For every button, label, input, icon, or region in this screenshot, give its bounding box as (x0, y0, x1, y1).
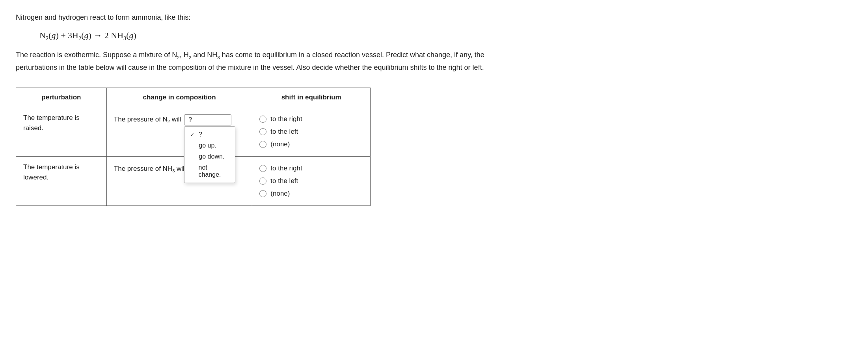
radio-left-2[interactable] (259, 177, 266, 185)
radio-option-none-1[interactable]: (none) (259, 140, 363, 148)
header-equilibrium: shift in equilibrium (252, 88, 371, 107)
option-label: ? (199, 131, 202, 138)
dropdown-option-nochange[interactable]: not change. (184, 162, 235, 180)
option-label: not change. (199, 164, 230, 178)
table-row: The temperature is raised. The pressure … (16, 107, 371, 157)
radio-label-text: to the left (270, 128, 298, 136)
perturbation-cell-2: The temperature is lowered. (16, 157, 107, 206)
radio-option-left-2[interactable]: to the left (259, 177, 363, 185)
option-label: go down. (199, 153, 224, 160)
composition-prefix-2: The pressure of NH3 will (114, 164, 186, 174)
dropdown-menu-1: ✓ ? go up. go down. (184, 126, 235, 183)
checkmark-icon: ✓ (190, 131, 196, 138)
composition-cell-1: The pressure of N2 will ? ✓ ? (106, 107, 252, 157)
chemical-equation: N2(g) + 3H2(g) → 2 NH3(g) (39, 30, 576, 42)
header-composition: change in composition (106, 88, 252, 107)
radio-label-text: to the right (270, 164, 302, 172)
radio-label-text: (none) (270, 140, 290, 148)
radio-left-1[interactable] (259, 128, 266, 135)
radio-label-text: to the left (270, 177, 298, 185)
radio-option-right-2[interactable]: to the right (259, 164, 363, 172)
option-label: go up. (199, 142, 216, 149)
dropdown-wrapper-1: ? ✓ ? go up. (184, 114, 231, 125)
perturbation-cell-1: The temperature is raised. (16, 107, 107, 157)
dropdown-option-up[interactable]: go up. (184, 140, 235, 151)
perturbation-text-1: The temperature is raised. (23, 114, 80, 132)
radio-option-right-1[interactable]: to the right (259, 115, 363, 123)
equilibrium-cell-1: to the right to the left (none) (252, 107, 371, 157)
radio-option-left-1[interactable]: to the left (259, 128, 363, 136)
radio-right-1[interactable] (259, 116, 266, 123)
perturbation-table: perturbation change in composition shift… (16, 88, 371, 206)
description: The reaction is exothermic. Suppose a mi… (16, 49, 576, 73)
radio-right-2[interactable] (259, 165, 266, 172)
radio-group-2: to the right to the left (none) (259, 162, 363, 200)
composition-prefix-1: The pressure of N2 will (114, 114, 181, 125)
equilibrium-cell-2: to the right to the left (none) (252, 157, 371, 206)
dropdown-option-down[interactable]: go down. (184, 151, 235, 162)
radio-group-1: to the right to the left (none) (259, 113, 363, 151)
radio-none-2[interactable] (259, 190, 266, 197)
perturbation-text-2: The temperature is lowered. (23, 163, 80, 181)
radio-label-text: to the right (270, 115, 302, 123)
dropdown-option-question[interactable]: ✓ ? (184, 129, 235, 140)
radio-none-1[interactable] (259, 141, 266, 148)
radio-option-none-2[interactable]: (none) (259, 190, 363, 198)
intro-line1: Nitrogen and hydrogen react to form ammo… (16, 12, 576, 23)
radio-label-text: (none) (270, 190, 290, 198)
header-perturbation: perturbation (16, 88, 107, 107)
dropdown-selected-1: ? (188, 116, 192, 123)
dropdown-trigger-1[interactable]: ? (184, 114, 231, 125)
